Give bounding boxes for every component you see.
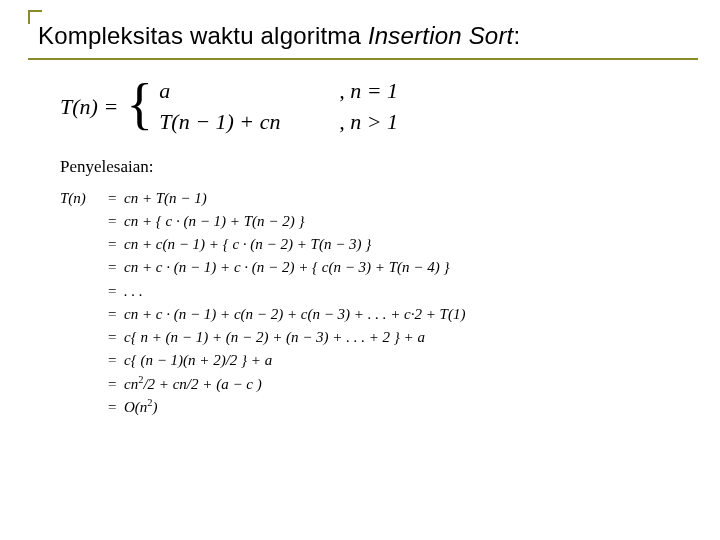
deriv-row: T(n) = cn + T(n − 1) (60, 187, 680, 210)
piecewise-cases: a , n = 1 T(n − 1) + cn , n > 1 (159, 78, 398, 135)
deriv-rhs: c{ (n − 1)(n + 2)/2 } + a (124, 349, 272, 372)
deriv-rhs: cn + c(n − 1) + { c · (n − 2) + T(n − 3)… (124, 233, 371, 256)
deriv-row: = cn + c · (n − 1) + c(n − 2) + c(n − 3)… (60, 303, 680, 326)
equals-sign: = (108, 349, 124, 372)
equals-sign: = (108, 373, 124, 396)
deriv-row: = cn2/2 + cn/2 + (a − c ) (60, 373, 680, 396)
title-plain: Kompleksitas waktu algoritma (38, 22, 368, 49)
deriv-row: = cn + { c · (n − 1) + T(n − 2) } (60, 210, 680, 233)
solution-heading: Penyelesaian: (60, 157, 680, 177)
equals-sign: = (108, 256, 124, 279)
deriv-row: = O(n2) (60, 396, 680, 419)
deriv-rhs: cn + c · (n − 1) + c · (n − 2) + { c(n −… (124, 256, 449, 279)
deriv-rhs-squared: cn2/2 + cn/2 + (a − c ) (124, 373, 262, 396)
case-expr: a (159, 78, 339, 103)
case-row: a , n = 1 (159, 78, 398, 103)
title-underline (28, 58, 698, 60)
deriv-rhs-bigO: O(n2) (124, 396, 158, 419)
equals-sign: = (108, 233, 124, 256)
derivation: T(n) = cn + T(n − 1) = cn + { c · (n − 1… (60, 187, 680, 420)
piecewise-definition: T(n) = { a , n = 1 T(n − 1) + cn , n > 1 (60, 78, 680, 135)
deriv-lhs: T(n) (60, 187, 108, 210)
deriv-row: = c{ n + (n − 1) + (n − 2) + (n − 3) + .… (60, 326, 680, 349)
case-cond: , n > 1 (339, 109, 398, 134)
slide-body: T(n) = { a , n = 1 T(n − 1) + cn , n > 1… (60, 78, 680, 419)
piecewise-lhs: T(n) = (60, 94, 118, 119)
deriv-row: = cn + c(n − 1) + { c · (n − 2) + T(n − … (60, 233, 680, 256)
equals-sign: = (108, 396, 124, 419)
deriv-rhs: c{ n + (n − 1) + (n − 2) + (n − 3) + . .… (124, 326, 425, 349)
deriv-row: = . . . (60, 280, 680, 303)
deriv-row: = cn + c · (n − 1) + c · (n − 2) + { c(n… (60, 256, 680, 279)
equals-sign: = (108, 326, 124, 349)
equals-sign: = (108, 280, 124, 303)
deriv-rhs: cn + c · (n − 1) + c(n − 2) + c(n − 3) +… (124, 303, 465, 326)
equals-sign: = (108, 303, 124, 326)
equals-sign: = (108, 187, 124, 210)
title-tail: : (513, 22, 520, 49)
case-expr: T(n − 1) + cn (159, 109, 339, 134)
deriv-row: = c{ (n − 1)(n + 2)/2 } + a (60, 349, 680, 372)
case-cond: , n = 1 (339, 78, 398, 103)
case-row: T(n − 1) + cn , n > 1 (159, 109, 398, 134)
deriv-rhs: cn + { c · (n − 1) + T(n − 2) } (124, 210, 304, 233)
deriv-rhs: . . . (124, 280, 143, 303)
brace-icon: { (126, 79, 153, 129)
slide-title: Kompleksitas waktu algoritma Insertion S… (38, 22, 520, 50)
deriv-rhs: cn + T(n − 1) (124, 187, 207, 210)
equals-sign: = (108, 210, 124, 233)
title-emph: Insertion Sort (368, 22, 514, 49)
